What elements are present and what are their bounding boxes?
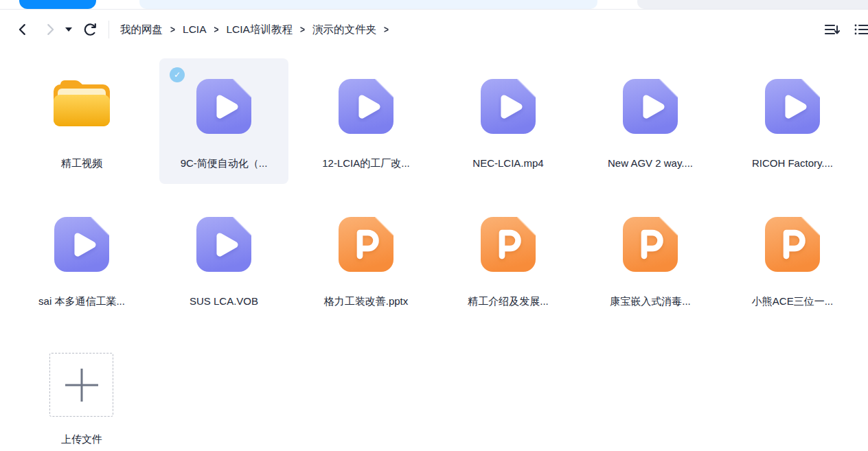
upload-label: 上传文件 [17, 433, 146, 446]
video-file-icon [479, 78, 537, 135]
video-file-icon [195, 216, 253, 273]
file-tile-ppt[interactable]: 格力工装改善.pptx [301, 196, 431, 322]
breadcrumb-separator-icon: > [384, 23, 389, 36]
file-name: New AGV 2 way.... [586, 157, 715, 169]
file-name: 12-LCIA的工厂改... [301, 157, 431, 170]
breadcrumb-item[interactable]: 演示的文件夹 [312, 23, 376, 37]
file-tile-video[interactable]: SUS LCA.VOB [159, 196, 288, 322]
plus-icon [62, 366, 101, 404]
file-name: SUS LCA.VOB [159, 295, 288, 307]
breadcrumb-separator-icon: > [170, 23, 175, 36]
back-icon [15, 22, 30, 37]
breadcrumb-item[interactable]: 我的网盘 [120, 23, 163, 37]
breadcrumb-item[interactable]: LCIA [183, 23, 206, 36]
file-name: NEC-LCIA.mp4 [444, 157, 573, 169]
video-file-icon [764, 78, 821, 135]
toolbar: 我的网盘>LCIA>LCIA培训教程>演示的文件夹> [0, 10, 868, 49]
file-grid: 精工视频✓ 9C-简便自动化（... 12-LCIA的工厂改... [17, 58, 857, 451]
selected-check-badge[interactable]: ✓ [170, 67, 185, 82]
file-tile-video[interactable]: ✓ 9C-简便自动化（... [159, 58, 288, 184]
file-tile-video[interactable]: New AGV 2 way.... [586, 58, 715, 184]
file-name: 格力工装改善.pptx [301, 295, 431, 308]
folder-icon [49, 77, 114, 130]
file-tile-video[interactable]: NEC-LCIA.mp4 [444, 58, 573, 184]
file-name: 精工视频 [17, 157, 146, 170]
file-tile-video[interactable]: RICOH Factory.... [728, 58, 857, 184]
inactive-tab[interactable] [139, 0, 597, 9]
list-view-icon [853, 21, 868, 38]
forward-icon [43, 22, 58, 37]
history-caret-icon [65, 27, 72, 32]
file-tile-ppt[interactable]: 精工介绍及发展... [444, 196, 573, 322]
back-button[interactable] [14, 21, 32, 38]
upload-file-tile[interactable]: 上传文件 [17, 334, 146, 451]
file-name: 9C-简便自动化（... [159, 157, 288, 170]
forward-button[interactable] [41, 21, 59, 38]
refresh-icon [82, 22, 98, 38]
file-manager-window: 我的网盘>LCIA>LCIA培训教程>演示的文件夹> [0, 0, 868, 451]
toolbar-divider [108, 21, 109, 38]
upload-dropzone[interactable] [49, 353, 113, 417]
file-tile-ppt[interactable]: 康宝嵌入式消毒... [586, 196, 715, 322]
file-tile-video[interactable]: sai 本多通信工業... [17, 196, 146, 322]
file-name: 小熊ACE三位一... [728, 295, 857, 308]
file-name: RICOH Factory.... [728, 157, 857, 169]
inactive-tab-right[interactable] [637, 0, 868, 9]
file-tile-ppt[interactable]: 小熊ACE三位一... [728, 196, 857, 322]
file-name: 精工介绍及发展... [444, 295, 573, 308]
toolbar-right [821, 10, 868, 49]
ppt-file-icon [479, 216, 537, 273]
refresh-button[interactable] [81, 21, 99, 38]
sort-icon [823, 21, 841, 38]
video-file-icon [53, 216, 111, 273]
active-tab-pill[interactable] [19, 0, 96, 9]
sort-button[interactable] [821, 19, 842, 40]
file-tile-video[interactable]: 12-LCIA的工厂改... [301, 58, 431, 184]
history-dropdown-button[interactable] [63, 21, 74, 38]
ppt-file-icon [764, 216, 821, 273]
list-view-button[interactable] [852, 19, 868, 40]
ppt-file-icon [621, 216, 679, 273]
window-tab-strip [0, 0, 868, 10]
file-name: 康宝嵌入式消毒... [586, 295, 715, 308]
breadcrumb: 我的网盘>LCIA>LCIA培训教程>演示的文件夹> [120, 23, 396, 37]
video-file-icon [621, 78, 679, 135]
breadcrumb-separator-icon: > [300, 23, 305, 36]
video-file-icon [195, 78, 253, 135]
file-tile-folder[interactable]: 精工视频 [17, 58, 146, 184]
video-file-icon [337, 78, 395, 135]
breadcrumb-separator-icon: > [214, 23, 218, 36]
ppt-file-icon [337, 216, 395, 273]
file-name: sai 本多通信工業... [17, 295, 146, 308]
breadcrumb-item[interactable]: LCIA培训教程 [227, 23, 293, 37]
